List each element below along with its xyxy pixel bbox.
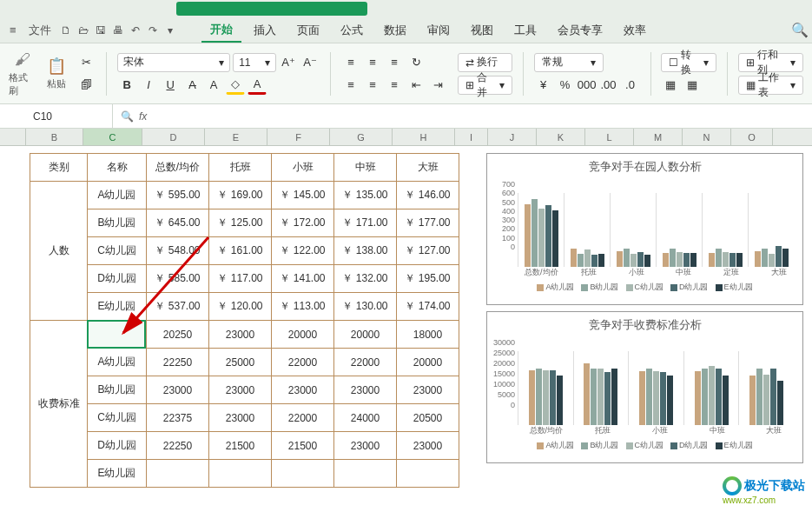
- cell[interactable]: ￥ 135.00: [334, 182, 397, 209]
- cell[interactable]: A幼儿园: [88, 349, 147, 376]
- cell[interactable]: 22000: [272, 404, 334, 432]
- bold-icon[interactable]: B: [117, 76, 136, 95]
- cell[interactable]: 20000: [334, 321, 397, 349]
- cell[interactable]: ￥ 138.00: [334, 237, 397, 265]
- cell[interactable]: ￥ 120.00: [209, 293, 272, 321]
- cell[interactable]: 18000: [397, 321, 459, 349]
- cell[interactable]: 22375: [147, 404, 209, 432]
- col-header-K[interactable]: K: [537, 129, 585, 145]
- cell[interactable]: 20000: [272, 321, 334, 349]
- cell[interactable]: ￥ 177.00: [397, 209, 459, 237]
- align-bottom-icon[interactable]: ≡: [385, 53, 404, 72]
- align-left-icon[interactable]: ≡: [341, 76, 360, 95]
- doc-tab-2[interactable]: [176, 2, 367, 16]
- open-icon[interactable]: 🗁: [76, 23, 90, 37]
- cell[interactable]: ￥ 537.00: [147, 293, 209, 321]
- cell[interactable]: ￥ 132.00: [334, 265, 397, 293]
- menu-file[interactable]: 文件: [24, 23, 56, 38]
- col-header-C[interactable]: C: [83, 129, 142, 145]
- cell[interactable]: D幼儿园: [88, 265, 147, 293]
- save-icon[interactable]: 🖫: [94, 23, 108, 37]
- decrease-font-icon[interactable]: A⁻: [300, 53, 320, 72]
- font-color-icon[interactable]: A: [248, 76, 267, 95]
- cell[interactable]: ￥ 130.00: [334, 293, 397, 321]
- increase-font-icon[interactable]: A⁺: [279, 53, 298, 72]
- col-header-D[interactable]: D: [142, 129, 205, 145]
- cell[interactable]: 人数: [30, 182, 88, 321]
- dec-inc-icon[interactable]: .00: [599, 76, 618, 95]
- cell[interactable]: 名称: [88, 154, 147, 182]
- cell[interactable]: 20250: [147, 321, 209, 349]
- tab-page[interactable]: 页面: [288, 19, 328, 42]
- cancel-icon[interactable]: 🔍: [120, 110, 134, 123]
- cell[interactable]: ￥ 595.00: [147, 182, 209, 209]
- cond-format-icon[interactable]: ▦: [661, 76, 680, 95]
- orientation-icon[interactable]: ↻: [406, 53, 426, 72]
- cell[interactable]: 23000: [209, 321, 272, 349]
- cell[interactable]: ￥ 195.00: [397, 265, 459, 293]
- tab-tools[interactable]: 工具: [505, 19, 545, 42]
- cell[interactable]: 21500: [272, 432, 334, 460]
- search-icon[interactable]: 🔍: [793, 23, 807, 37]
- italic-icon[interactable]: I: [139, 76, 158, 95]
- cell[interactable]: B幼儿园: [88, 376, 147, 404]
- col-header-E[interactable]: E: [205, 129, 267, 145]
- cell[interactable]: ￥ 113.00: [272, 293, 334, 321]
- cell[interactable]: ￥ 548.00: [147, 237, 209, 265]
- cell[interactable]: ￥ 141.00: [272, 265, 334, 293]
- rowcol-button[interactable]: ⊞ 行和列 ▾: [738, 53, 803, 72]
- cell[interactable]: [334, 460, 397, 488]
- merge-button[interactable]: ⊞ 合并 ▾: [458, 76, 512, 95]
- underline-icon[interactable]: U: [161, 76, 180, 95]
- name-box[interactable]: C10: [26, 104, 113, 128]
- cell[interactable]: ￥ 127.00: [397, 237, 459, 265]
- cell[interactable]: 20500: [397, 404, 459, 432]
- format-brush-icon[interactable]: 🖌: [13, 50, 32, 70]
- align-middle-icon[interactable]: ≡: [363, 53, 382, 72]
- convert-button[interactable]: ☐ 转换 ▾: [661, 53, 716, 72]
- dec-dec-icon[interactable]: .0: [621, 76, 640, 95]
- col-header-I[interactable]: I: [455, 129, 488, 145]
- cell[interactable]: E幼儿园: [88, 460, 147, 488]
- cut-icon[interactable]: ✂: [76, 53, 96, 72]
- font-effect-icon[interactable]: A: [204, 76, 223, 95]
- col-header-G[interactable]: G: [330, 129, 393, 145]
- print-icon[interactable]: 🖶: [111, 23, 125, 37]
- font-size-select[interactable]: 11▾: [233, 53, 276, 72]
- cell[interactable]: [209, 460, 272, 488]
- undo-icon[interactable]: ↶: [129, 23, 142, 37]
- cell[interactable]: C幼儿园: [88, 404, 147, 432]
- col-header-J[interactable]: J: [488, 129, 537, 145]
- tab-review[interactable]: 审阅: [419, 19, 459, 42]
- wrap-button[interactable]: ⇄ 换行: [458, 53, 512, 72]
- indent-dec-icon[interactable]: ⇤: [406, 76, 426, 95]
- sheet-area[interactable]: BCDEFGHIJKLMNO 类别名称总数/均价托班小班中班大班人数A幼儿园￥ …: [0, 129, 812, 512]
- fx-label[interactable]: fx: [139, 110, 147, 123]
- cell[interactable]: ￥ 171.00: [334, 209, 397, 237]
- cell[interactable]: [88, 321, 147, 349]
- cell[interactable]: 21500: [209, 432, 272, 460]
- cell[interactable]: 中班: [334, 154, 397, 182]
- cell[interactable]: 收费标准: [30, 321, 88, 488]
- cell[interactable]: A幼儿园: [88, 182, 147, 209]
- cell[interactable]: 23000: [334, 376, 397, 404]
- cell[interactable]: 类别: [30, 154, 88, 182]
- cell[interactable]: 23000: [397, 376, 459, 404]
- tab-view[interactable]: 视图: [462, 19, 502, 42]
- col-header-N[interactable]: N: [683, 129, 731, 145]
- cell[interactable]: ￥ 145.00: [272, 182, 334, 209]
- cell[interactable]: ￥ 125.00: [209, 209, 272, 237]
- cell[interactable]: 23000: [272, 376, 334, 404]
- comma-icon[interactable]: 000: [578, 76, 597, 95]
- tab-efficiency[interactable]: 效率: [615, 19, 655, 42]
- align-top-icon[interactable]: ≡: [341, 53, 360, 72]
- cell[interactable]: ￥ 122.00: [272, 237, 334, 265]
- cell[interactable]: B幼儿园: [88, 209, 147, 237]
- cell[interactable]: ￥ 146.00: [397, 182, 459, 209]
- chart-fees[interactable]: 竞争对手收费标准分析300002500020000150001000050000…: [486, 311, 803, 463]
- copy-icon[interactable]: 🗐: [76, 76, 96, 95]
- percent-icon[interactable]: %: [556, 76, 575, 95]
- col-header-B[interactable]: B: [26, 129, 83, 145]
- cell[interactable]: ￥ 174.00: [397, 293, 459, 321]
- cell[interactable]: [397, 460, 459, 488]
